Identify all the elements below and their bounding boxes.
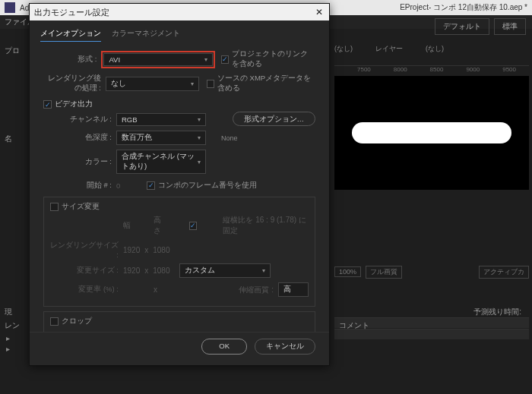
stretch-quality-label: 伸縮画質 :	[239, 285, 274, 295]
format-options-button[interactable]: 形式オプション…	[233, 112, 316, 126]
comment-label: コメント	[339, 320, 369, 331]
left-ren: レン	[5, 320, 20, 331]
resolution-dropdown[interactable]: フル画質	[366, 266, 402, 279]
color-label: カラー :	[43, 157, 116, 167]
start-number-label: 開始 # :	[43, 181, 116, 191]
workspace-standard-button[interactable]: 標準	[494, 18, 526, 35]
output-module-settings-dialog: 出力モジュール設定 ✕ メインオプション カラーマネジメント 形式 : AVI …	[29, 3, 330, 366]
format-dropdown[interactable]: AVI ▾	[103, 53, 213, 66]
height-header: 高さ	[154, 215, 166, 236]
stretch-quality-dropdown[interactable]: 高	[278, 282, 309, 297]
viewer-layer-label: レイヤー	[375, 44, 403, 56]
post-render-dropdown[interactable]: なし ▾	[106, 77, 200, 91]
lock-aspect-label: 縦横比を 16 : 9 (1.78) に固定	[223, 215, 309, 236]
resize-to-label: 変更サイズ :	[50, 266, 123, 276]
crop-section: クロップ 目標範囲を使用 最終サイズ : 1920 x 1080 上 : 0 左…	[43, 311, 315, 332]
video-output-checkbox[interactable]	[43, 100, 52, 109]
resize-checkbox[interactable]	[50, 203, 59, 211]
viewer-none: (なし)	[334, 44, 353, 56]
left-proj: プロ	[5, 46, 20, 56]
width-header: 幅	[123, 220, 131, 231]
crop-checkbox[interactable]	[50, 317, 59, 326]
dialog-title: 出力モジュール設定	[34, 7, 109, 18]
expand-icon[interactable]: ▸	[6, 345, 10, 353]
project-filename: EProject- コンポ 12自動保存 10.aep *	[400, 2, 527, 13]
include-xmp-checkbox[interactable]	[207, 80, 214, 88]
render-size-label: レンダリングサイズ :	[50, 241, 123, 259]
dialog-titlebar: 出力モジュール設定 ✕	[30, 4, 329, 20]
depth-dropdown[interactable]: 数百万色▾	[116, 131, 206, 145]
dialog-tabs: メインオプション カラーマネジメント	[30, 20, 329, 46]
video-output-label: ビデオ出力	[55, 99, 93, 109]
crop-label: クロップ	[62, 317, 92, 326]
use-comp-frame-label: コンポのフレーム番号を使用	[158, 181, 257, 191]
remaining-time-label: 予測残り時間:	[473, 307, 521, 317]
viewer-header: (なし) レイヤー (なし)	[334, 44, 529, 56]
channel-label: チャンネル :	[43, 115, 116, 125]
app-icon	[5, 2, 15, 13]
cancel-button[interactable]: キャンセル	[255, 339, 315, 355]
chevron-down-icon: ▾	[204, 56, 207, 63]
viewer-none-2: (なし)	[426, 44, 444, 56]
format-label: 形式 :	[43, 55, 101, 65]
composition-viewer	[334, 76, 529, 190]
color-dropdown[interactable]: 合成チャンネル (マットあり)▾	[116, 150, 206, 174]
start-number-value[interactable]: 0	[116, 181, 139, 190]
chevron-down-icon: ▾	[198, 159, 201, 165]
close-icon[interactable]: ✕	[314, 7, 325, 17]
app-prefix: Ad	[20, 4, 29, 12]
resize-label: サイズ変更	[62, 202, 100, 212]
resize-section: サイズ変更 幅 高さ 縦横比を 16 : 9 (1.78) に固定 レンダリング…	[43, 197, 315, 307]
codec-none: None	[221, 134, 238, 142]
ok-button[interactable]: OK	[201, 339, 247, 355]
depth-label: 色深度 :	[43, 133, 116, 143]
include-xmp-label: ソースの XMPメタデータを含める	[217, 74, 315, 93]
workspace-default-button[interactable]: デフォルト	[435, 18, 489, 35]
time-ruler: 750080008500900095000000	[334, 65, 529, 74]
viewer-content-shape	[352, 122, 511, 143]
chevron-down-icon: ▾	[198, 116, 201, 123]
expand-icon[interactable]: ▸	[6, 334, 10, 342]
resize-ratio-label: 変更率 (%) :	[50, 285, 123, 295]
left-cur: 現	[5, 307, 12, 317]
resize-preset-dropdown[interactable]: カスタム▾	[179, 263, 271, 278]
include-project-link-label: プロジェクトのリンクを含める	[232, 49, 315, 69]
post-render-label: レンダリング後の処理 :	[43, 74, 106, 93]
zoom-level[interactable]: 100%	[334, 266, 361, 277]
channel-dropdown[interactable]: RGB▾	[116, 113, 206, 126]
include-project-link-checkbox[interactable]	[221, 55, 229, 64]
tab-main-options[interactable]: メインオプション	[40, 28, 101, 42]
lock-aspect-checkbox[interactable]	[189, 222, 197, 230]
dialog-footer: OK キャンセル	[30, 332, 329, 365]
tab-color-management[interactable]: カラーマネジメント	[112, 28, 180, 42]
left-name: 名	[5, 134, 12, 144]
chevron-down-icon: ▾	[191, 80, 194, 87]
format-highlight: AVI ▾	[101, 51, 215, 68]
viewer-footer[interactable]: 100% フル画質 アクティブカ	[334, 264, 529, 279]
chevron-down-icon: ▾	[198, 134, 201, 141]
camera-dropdown[interactable]: アクティブカ	[479, 266, 529, 279]
use-comp-frame-checkbox[interactable]	[147, 181, 155, 190]
